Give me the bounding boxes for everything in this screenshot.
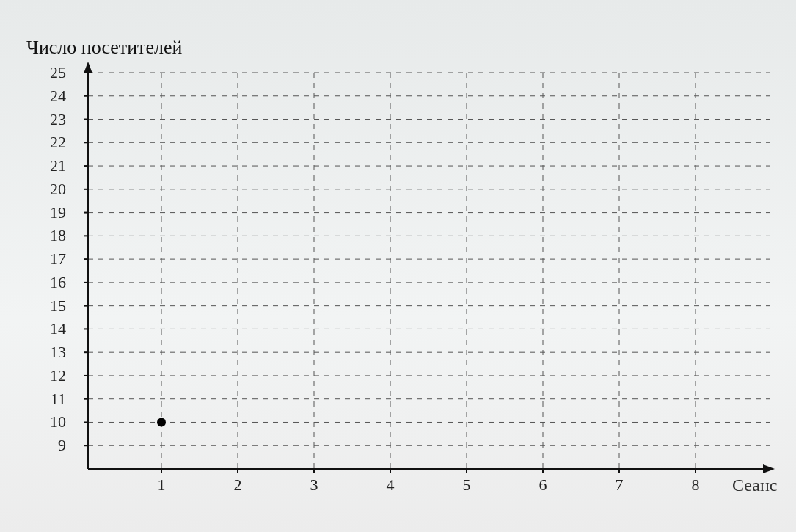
x-tick-label: 1 [150,475,172,495]
y-tick-label: 21 [22,158,66,174]
x-tick-label: 6 [532,475,554,495]
svg-marker-26 [84,62,92,73]
y-tick-label: 22 [22,134,66,150]
y-tick-label: 10 [22,414,66,430]
chart-area: 910111213141516171819202122232425 123456… [22,62,785,499]
x-axis-title: Сеанс [732,475,777,495]
y-tick-label: 23 [22,112,66,128]
y-tick-label: 17 [22,251,66,267]
y-tick-label: 19 [22,205,66,221]
x-tick-label: 3 [303,475,325,495]
grid-svg [73,62,778,473]
y-tick-label: 16 [22,274,66,291]
y-tick-label: 25 [22,65,66,81]
y-tick-label: 14 [22,321,66,337]
data-point [157,418,166,426]
y-tick-label: 18 [22,227,66,244]
y-axis-title: Число посетителей [26,37,182,59]
y-tick-label: 13 [22,344,66,360]
y-tick-label: 24 [22,88,66,104]
plot-region [73,62,778,473]
x-tick-label: 5 [456,475,478,495]
x-tick-label: 4 [379,475,401,495]
y-tick-label: 9 [22,437,66,453]
chart-page: Число посетителей 9101112131415161718192… [0,0,796,532]
y-tick-label: 15 [22,298,66,314]
x-tick-label: 2 [227,475,249,495]
x-tick-label: 7 [608,475,630,495]
y-tick-label: 11 [22,391,66,407]
x-tick-label: 8 [684,475,706,495]
y-tick-label: 12 [22,368,66,384]
y-tick-label: 20 [22,181,66,197]
svg-marker-28 [763,464,775,473]
